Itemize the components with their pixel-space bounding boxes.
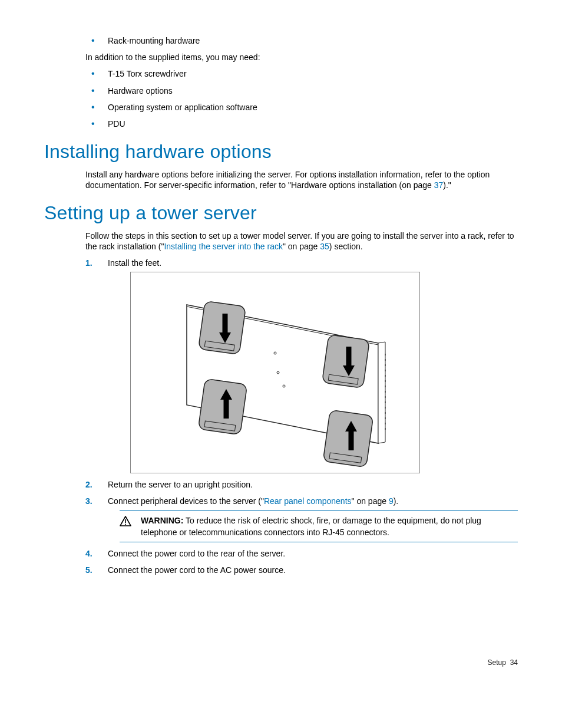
figure-install-feet xyxy=(130,272,420,473)
body-text: Install any hardware options before init… xyxy=(85,170,490,190)
warning-icon xyxy=(120,516,131,529)
body-text: )." xyxy=(443,180,451,190)
list-item: T-15 Torx screwdriver xyxy=(85,68,518,79)
supplied-items-list: Rack-mounting hardware xyxy=(85,35,518,46)
warning-body: To reduce the risk of electric shock, fi… xyxy=(141,516,481,537)
page-ref-37[interactable]: 37 xyxy=(434,180,444,190)
additional-items-list: T-15 Torx screwdriver Hardware options O… xyxy=(85,68,518,129)
step-text: Connect the power cord to the AC power s… xyxy=(108,565,286,575)
step-5: Connect the power cord to the AC power s… xyxy=(85,565,518,575)
step-text: Connect peripheral devices to the server… xyxy=(108,496,264,506)
heading-installing-hardware-options: Installing hardware options xyxy=(44,140,518,164)
step-text: Return the server to an upright position… xyxy=(108,480,253,489)
footer-section: Setup xyxy=(488,658,506,667)
list-item: Operating system or application software xyxy=(85,102,518,113)
setup-steps: Install the feet. xyxy=(85,258,518,576)
page-ref-9[interactable]: 9 xyxy=(389,496,394,506)
step-4: Connect the power cord to the rear of th… xyxy=(85,548,518,559)
additional-items-intro: In addition to the supplied items, you m… xyxy=(85,52,518,62)
section1-body: Install any hardware options before init… xyxy=(85,169,518,190)
list-item: PDU xyxy=(85,118,518,129)
body-text: ) section. xyxy=(329,242,363,251)
link-installing-server-into-rack[interactable]: Installing the server into the rack xyxy=(164,242,283,251)
warning-label: WARNING: xyxy=(141,516,183,525)
foot-bottom-left xyxy=(198,379,247,435)
body-text: " on page xyxy=(283,242,320,251)
page-ref-35[interactable]: 35 xyxy=(320,242,329,251)
warning-text: WARNING: To reduce the risk of electric … xyxy=(141,515,518,539)
warning-box: WARNING: To reduce the risk of electric … xyxy=(120,510,518,543)
list-item: Hardware options xyxy=(85,85,518,96)
step-text: Connect the power cord to the rear of th… xyxy=(108,549,285,558)
page-footer: Setup 34 xyxy=(44,658,518,668)
svg-marker-5 xyxy=(378,342,385,443)
list-item: Rack-mounting hardware xyxy=(85,35,518,46)
foot-bottom-right xyxy=(323,410,373,467)
step-2: Return the server to an upright position… xyxy=(85,479,518,490)
svg-point-25 xyxy=(125,523,126,525)
step-text: Install the feet. xyxy=(108,258,161,268)
heading-setting-up-tower-server: Setting up a tower server xyxy=(44,201,518,226)
footer-page-number: 34 xyxy=(510,658,518,667)
step-text: " on page xyxy=(352,496,389,506)
foot-top-right xyxy=(322,335,370,388)
foot-top-left xyxy=(199,301,246,355)
link-rear-panel-components[interactable]: Rear panel components xyxy=(264,496,352,506)
section2-intro: Follow the steps in this section to set … xyxy=(85,230,518,252)
step-1: Install the feet. xyxy=(85,258,518,473)
step-3: Connect peripheral devices to the server… xyxy=(85,496,518,542)
step-text: ). xyxy=(394,496,399,506)
